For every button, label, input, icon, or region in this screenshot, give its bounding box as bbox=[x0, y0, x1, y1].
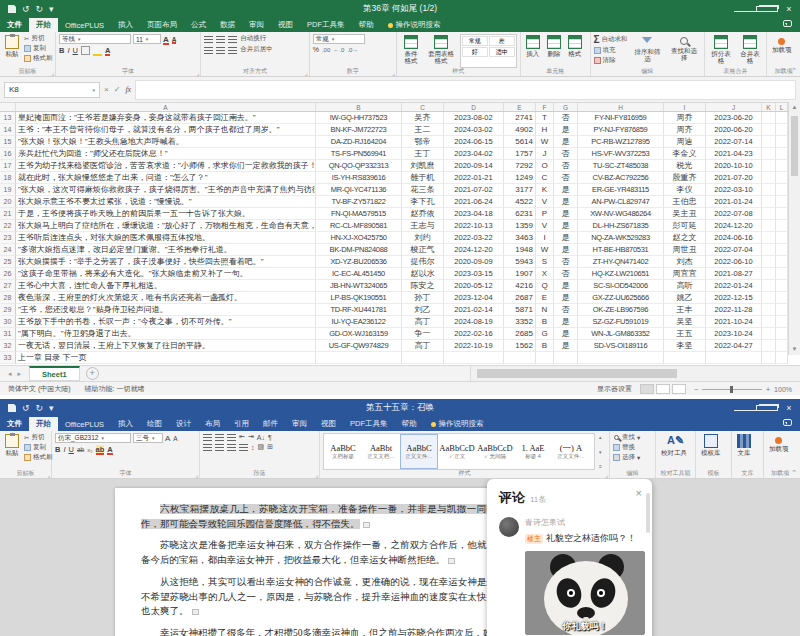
align-center-icon[interactable] bbox=[216, 46, 225, 54]
page-layout-view-button[interactable] bbox=[656, 384, 670, 394]
copy-button[interactable]: 复制 bbox=[24, 44, 53, 53]
delete-cells-button[interactable]: 删除 bbox=[545, 34, 563, 68]
word-tab-file[interactable]: 文件 bbox=[0, 417, 29, 431]
align-right-icon[interactable] bbox=[228, 46, 237, 54]
underline-button[interactable]: U bbox=[69, 445, 74, 454]
grow-font-icon[interactable]: A bbox=[163, 35, 169, 44]
comment-anchor-icon[interactable] bbox=[363, 522, 370, 528]
align-left-icon[interactable] bbox=[204, 46, 213, 54]
font-color-icon[interactable]: A bbox=[107, 445, 112, 454]
increase-decimal-icon[interactable]: ←.0 bbox=[333, 47, 344, 53]
redo-icon[interactable]: ↻ bbox=[36, 4, 44, 14]
style-chip[interactable]: 1. AaE 正式文件… bbox=[591, 435, 595, 468]
sheet-prev-icon[interactable]: ◂ bbox=[8, 370, 12, 378]
font-size-select[interactable]: 三号▾ bbox=[133, 433, 163, 443]
gallery-up-icon[interactable]: ▴ bbox=[599, 434, 602, 440]
tell-me-search[interactable]: 操作说明搜索 bbox=[424, 417, 491, 431]
dialog-launcher-icon[interactable]: ⌟ bbox=[392, 69, 395, 76]
word-tab-references[interactable]: 引用 bbox=[227, 417, 256, 431]
wrap-text-button[interactable]: 自动换行 bbox=[240, 34, 266, 43]
excel-row[interactable]: 28 夜色渐深，王府里的灯火次第熄灭，唯有书房还亮着一盏孤灯。 LP-BS-QK… bbox=[0, 292, 800, 304]
style-chip[interactable]: (一) A 正文文件… bbox=[553, 435, 589, 468]
proof-tools-button[interactable]: A✎ 校对工具 bbox=[659, 433, 689, 470]
shrink-font-icon[interactable]: A bbox=[173, 435, 177, 442]
panda-meme-image[interactable]: 你礼貌吗！ bbox=[525, 551, 645, 635]
align-center-icon[interactable] bbox=[215, 443, 224, 451]
paragraph-mark-icon[interactable]: ¶ bbox=[268, 434, 272, 441]
qat-dropdown-icon[interactable]: ▾ bbox=[49, 403, 54, 413]
style-chip[interactable]: AaBbCcD ↙无间隔 bbox=[477, 435, 513, 468]
font-size-select[interactable]: 11▾ bbox=[133, 34, 161, 44]
strikethrough-icon[interactable]: ab bbox=[77, 446, 84, 453]
close-button[interactable]: × bbox=[778, 403, 800, 413]
collapse-ribbon-icon[interactable]: ⌃ bbox=[791, 67, 797, 75]
replace-button[interactable]: 替换 bbox=[613, 443, 640, 452]
borders-icon[interactable]: ⊞ bbox=[267, 443, 273, 451]
paste-button[interactable]: 粘贴 bbox=[3, 34, 21, 68]
word-tab-view[interactable]: 视图 bbox=[314, 417, 343, 431]
bold-button[interactable]: B bbox=[59, 46, 64, 55]
excel-tab-pagelayout[interactable]: 页面布局 bbox=[140, 18, 184, 32]
excel-tab-help[interactable]: 帮助 bbox=[352, 18, 381, 32]
autosum-button[interactable]: Σ自动求和 bbox=[594, 34, 628, 45]
align-left-icon[interactable] bbox=[203, 443, 212, 451]
confirm-entry-icon[interactable]: ✓ bbox=[114, 85, 121, 94]
bullet-list-icon[interactable] bbox=[203, 433, 212, 441]
gallery-down-icon[interactable]: ▾ bbox=[599, 449, 602, 455]
avatar[interactable] bbox=[499, 517, 519, 537]
cut-button[interactable]: ✂剪切 bbox=[24, 34, 53, 43]
borders-icon[interactable] bbox=[81, 46, 90, 55]
excel-tab-formulas[interactable]: 公式 bbox=[184, 18, 213, 32]
style-chip[interactable]: AaBbCcD ↙正文 bbox=[439, 435, 475, 468]
clear-button[interactable]: 清除 bbox=[594, 56, 628, 65]
excel-row[interactable]: 20 张大娘示意王爷不要太过紧张，说道："慢慢说。" TV-BF-ZY57182… bbox=[0, 196, 800, 208]
normal-view-button[interactable] bbox=[640, 384, 654, 394]
excel-row[interactable]: 22 张大娘马上明白了症结所在，缓缓说道："放心好了，万物相生相克，生命自有天意… bbox=[0, 220, 800, 232]
decrease-decimal-icon[interactable]: .0→ bbox=[347, 47, 358, 53]
format-as-table-button[interactable]: 套用表格格式 bbox=[425, 34, 457, 68]
styles-gallery[interactable]: AaBbC 文档标题 AaBbt 正文文档… AaBbC 正文文件… bbox=[323, 433, 595, 470]
excel-row[interactable]: 29 "王爷，您还没歇息？"贴身侍卫轻声问道。 TD-RF-XU441781 刘… bbox=[0, 304, 800, 316]
decrease-indent-icon[interactable]: ⇤ bbox=[239, 433, 245, 441]
split-table-button[interactable]: 拆分表格 bbox=[708, 34, 734, 68]
excel-row[interactable]: 23 王爷听后连连点头，对张大娘的医术佩服得五体投地。 HN-XJ-XO4257… bbox=[0, 232, 800, 244]
save-icon[interactable] bbox=[8, 5, 16, 13]
shading-icon[interactable]: ▨ bbox=[258, 443, 265, 451]
new-sheet-button[interactable]: + bbox=[86, 367, 99, 380]
excel-row[interactable]: 24 "多谢大娘指点迷津，改日必定登门重谢。"王爷抱拳行礼道。 BK-DM-PN… bbox=[0, 244, 800, 256]
comment-anchor-icon[interactable] bbox=[192, 609, 199, 615]
close-icon[interactable]: × bbox=[636, 487, 642, 499]
copy-button[interactable]: 复制 bbox=[24, 443, 53, 452]
comma-style-button[interactable]: ,00 bbox=[322, 47, 330, 53]
restore-button[interactable] bbox=[756, 4, 778, 14]
excel-row[interactable]: 14 王爷："本王不曾苛待你们母子，就算没有名分，两个孩子也都过了周岁。" BN… bbox=[0, 124, 800, 136]
qat-dropdown-icon[interactable]: ▾ bbox=[49, 4, 54, 14]
dialog-launcher-icon[interactable]: ⌟ bbox=[196, 69, 199, 76]
word-tab-officeplus[interactable]: OfficePLUS bbox=[58, 417, 111, 431]
increase-indent-icon[interactable]: ⇥ bbox=[248, 433, 254, 441]
zoom-level[interactable]: 100% bbox=[774, 386, 792, 393]
merge-center-button[interactable]: 合并后居中 bbox=[240, 45, 273, 54]
percent-style-button[interactable]: % bbox=[313, 46, 319, 53]
restore-button[interactable] bbox=[756, 403, 778, 413]
library-button[interactable]: 文库 bbox=[735, 433, 753, 470]
font-family-select[interactable]: 等线▾ bbox=[59, 34, 131, 44]
scrollbar-thumb[interactable] bbox=[477, 369, 677, 378]
cancel-entry-icon[interactable]: × bbox=[104, 85, 109, 94]
underline-button[interactable]: U bbox=[73, 46, 78, 55]
dialog-launcher-icon[interactable]: ⌟ bbox=[305, 69, 308, 76]
word-tab-draw[interactable]: 绘图 bbox=[140, 417, 169, 431]
excel-tab-home[interactable]: 开始 bbox=[29, 18, 58, 32]
excel-grid[interactable]: 13 皇妃掩面而泣："王爷若是嫌弃妾身，妾身这就带着孩子回江南去。" IW-GQ… bbox=[0, 112, 800, 365]
paragraph[interactable]: 幸运女神积攒了很多年，才积攒50多滴幸运神血，但之前与苏晓合作两次后，她 bbox=[141, 626, 496, 636]
conditional-formatting-button[interactable]: 条件格式 bbox=[400, 34, 422, 68]
minimize-button[interactable] bbox=[734, 403, 756, 413]
redo-icon[interactable]: ↻ bbox=[36, 403, 44, 413]
format-painter-button[interactable]: 格式刷 bbox=[24, 453, 53, 462]
justify-icon[interactable] bbox=[239, 443, 248, 451]
excel-row[interactable]: 33 上一章 目录 下一页 bbox=[0, 352, 800, 364]
paragraph[interactable]: 六枚宝箱摆放桌几上，苏晓这次开宝箱，准备操作一番，并非是与凯撒一同操作，那可能会… bbox=[141, 502, 496, 531]
excel-tab-pdftools[interactable]: PDF工具集 bbox=[300, 18, 352, 32]
close-button[interactable]: × bbox=[778, 4, 800, 14]
word-tab-mailings[interactable]: 邮件 bbox=[256, 417, 285, 431]
